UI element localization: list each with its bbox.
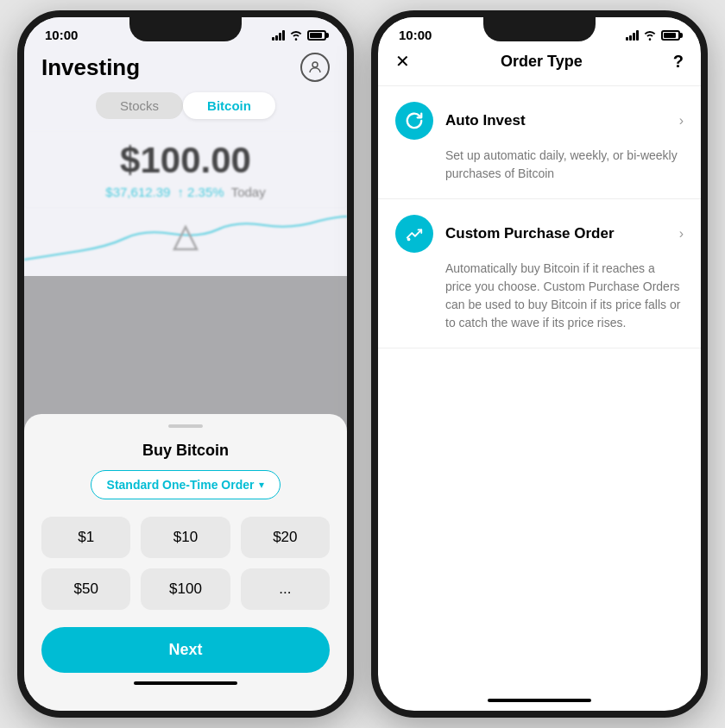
next-button[interactable]: Next [41,627,330,673]
tab-stocks[interactable]: Stocks [96,92,183,119]
custom-purchase-option[interactable]: Custom Purchase Order › Automatically bu… [378,199,701,348]
sheet-handle [168,424,203,428]
wifi-icon [289,30,303,41]
svg-point-0 [312,62,318,67]
order-type-label: Standard One-Time Order [107,478,255,492]
investing-header: Investing [24,46,347,92]
price-today: Today [231,185,266,199]
custom-purchase-row: Custom Purchase Order › [395,215,684,253]
amount-btn-more[interactable]: ... [241,568,330,610]
custom-purchase-chevron: › [679,226,684,242]
status-icons-right [626,30,680,41]
chevron-down-icon: ▾ [259,479,264,491]
custom-purchase-label: Custom Purchase Order [445,225,667,242]
home-indicator-right [488,699,591,702]
battery-icon [307,30,326,41]
auto-invest-option[interactable]: Auto Invest › Set up automatic daily, we… [378,86,701,199]
price-usd: $37,612.39 [105,185,170,199]
signal-icon [272,30,285,41]
close-button[interactable]: ✕ [395,51,410,72]
chart-area [24,208,347,277]
auto-invest-row: Auto Invest › [395,102,684,140]
right-phone: 10:00 ✕ Order Type ? Auto Invest [371,10,708,718]
battery-icon-right [661,30,680,41]
price-area: $100.00 $37,612.39 ↑ 2.35% Today [24,131,347,208]
home-indicator-left [134,681,237,685]
tab-bitcoin[interactable]: Bitcoin [183,92,275,119]
amount-btn-3[interactable]: $20 [241,517,330,558]
amount-btn-2[interactable]: $10 [141,517,230,558]
custom-purchase-icon [395,215,433,253]
amount-grid: $1 $10 $20 $50 $100 ... [41,517,330,610]
auto-invest-icon [395,102,433,140]
svg-marker-1 [174,227,197,249]
price-main: $100.00 [41,140,330,181]
status-icons-left [272,30,326,41]
amount-btn-1[interactable]: $1 [41,517,130,558]
help-button[interactable]: ? [673,52,684,72]
status-bar-left: 10:00 [24,17,347,46]
left-phone: 10:00 Investing Stocks Bitcoin $1 [17,10,354,718]
bottom-sheet: Buy Bitcoin Standard One-Time Order ▾ $1… [24,414,347,711]
investing-title: Investing [41,54,140,81]
auto-invest-desc: Set up automatic daily, weekly, or bi-we… [395,147,684,183]
tabs-row: Stocks Bitcoin [24,92,347,131]
time-right: 10:00 [399,28,432,42]
auto-invest-label: Auto Invest [445,112,667,129]
amount-btn-4[interactable]: $50 [41,568,130,610]
wifi-icon-right [643,30,657,41]
time-left: 10:00 [45,28,78,42]
price-change: ↑ 2.35% [177,185,224,199]
sheet-title: Buy Bitcoin [41,442,330,460]
svg-point-2 [407,238,411,242]
custom-purchase-desc: Automatically buy Bitcoin if it reaches … [395,260,684,332]
status-bar-right: 10:00 [378,17,701,46]
order-type-selector[interactable]: Standard One-Time Order ▾ [91,470,281,499]
profile-icon[interactable] [300,53,330,82]
price-sub: $37,612.39 ↑ 2.35% Today [41,185,330,199]
order-type-header: ✕ Order Type ? [378,46,701,86]
amount-btn-5[interactable]: $100 [141,568,230,610]
order-type-title: Order Type [501,53,583,71]
signal-icon-right [626,30,639,41]
auto-invest-chevron: › [679,113,684,129]
chart-logo-icon [173,225,199,251]
